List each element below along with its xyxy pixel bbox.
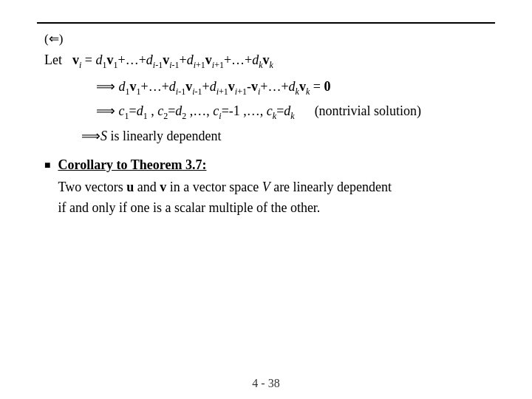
let-row: Let vi = d1v1+…+di-1vi-1+di+1vi+1+…+dkvk bbox=[44, 52, 495, 71]
corollary-block: Corollary to Theorem 3.7: Two vectors u … bbox=[58, 157, 495, 219]
corollary-section: ■ Corollary to Theorem 3.7: Two vectors … bbox=[44, 157, 495, 219]
corollary-line1: Two vectors u and v in a vector space V … bbox=[58, 177, 495, 198]
page-number: 4 - 38 bbox=[252, 377, 279, 390]
nontrivial-note: (nontrivial solution) bbox=[315, 103, 421, 118]
implies-s-line: ⟹S is linearly dependent bbox=[81, 128, 495, 144]
corollary-line2: if and only if one is a scalar multiple … bbox=[58, 198, 495, 219]
implies-line-2: ⟹ c1=d1 , c2=d2 ,…, ci=-1 ,…, ck=dk (non… bbox=[96, 103, 495, 122]
bullet-point: ■ bbox=[44, 160, 50, 171]
top-divider bbox=[37, 22, 495, 24]
let-equation: vi = d1v1+…+di-1vi-1+di+1vi+1+…+dkvk bbox=[72, 52, 273, 71]
page: (⇐) Let vi = d1v1+…+di-1vi-1+di+1vi+1+…+… bbox=[0, 0, 532, 399]
arrow-label: (⇐) bbox=[44, 31, 495, 47]
corollary-title: Corollary to Theorem 3.7: bbox=[58, 157, 495, 173]
implies-line-1: ⟹ d1v1+…+di-1vi-1+di+1vi+1-vi+…+dkvk = 0 bbox=[96, 78, 495, 98]
let-word: Let bbox=[44, 52, 62, 68]
